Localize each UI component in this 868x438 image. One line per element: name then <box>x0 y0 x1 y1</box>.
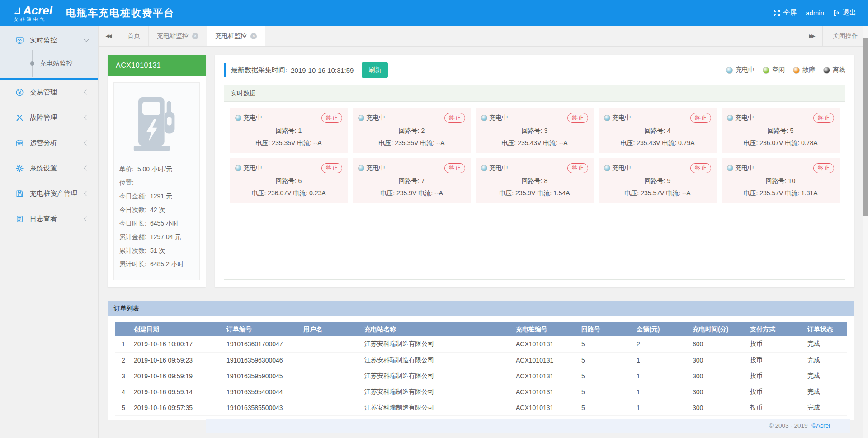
terminate-button[interactable]: 终止 <box>567 163 588 173</box>
orders-col-1: 订单编号 <box>225 322 302 336</box>
order-cell <box>302 384 363 400</box>
sidebar-item-1[interactable]: 交易管理 <box>0 80 98 105</box>
stat-value: 6485.2 小时 <box>150 257 184 271</box>
station-stat-3: 今日次数:42 次 <box>119 203 194 217</box>
close-operations-menu[interactable]: 关闭操作 <box>822 26 868 46</box>
charging-dot-icon <box>358 165 364 171</box>
terminate-button[interactable]: 终止 <box>321 163 342 173</box>
circuit-status: 充电中 <box>481 164 508 172</box>
terminate-button[interactable]: 终止 <box>444 113 465 123</box>
station-body: 单价:5.00 小时/元位置:今日金额:1291 元今日次数:42 次今日时长:… <box>113 82 200 280</box>
collect-time-label: 最新数据采集时间: <box>231 66 287 75</box>
stat-label: 累计金额: <box>119 230 146 244</box>
circuit-card-top: 充电中终止 <box>604 113 711 123</box>
sidebar-item-2[interactable]: 故障管理 <box>0 105 98 130</box>
status-legend: 充电中空闲故障离线 <box>726 66 845 74</box>
circuit-status: 充电中 <box>358 114 385 122</box>
charging-dot-icon <box>727 165 733 171</box>
terminate-button[interactable]: 终止 <box>690 163 711 173</box>
fullscreen-button[interactable]: 全屏 <box>773 9 797 17</box>
table-row[interactable]: 22019-10-16 09:59:231910163596300046江苏安科… <box>115 352 847 368</box>
tabs-scroll-left-button[interactable]: ◀◀ <box>99 26 119 46</box>
orders-col-4: 充电桩编号 <box>514 322 580 336</box>
circuit-status-label: 充电中 <box>366 114 385 122</box>
terminate-button[interactable]: 终止 <box>813 163 834 173</box>
order-cell: 完成 <box>806 368 847 384</box>
tab-0[interactable]: 首页 <box>119 26 149 46</box>
sidebar: 实时监控充电站监控交易管理故障管理运营分析系统设置充电桩资产管理日志查看 <box>0 26 99 438</box>
legend-dot-icon <box>763 67 769 74</box>
order-cell: 完成 <box>806 336 847 352</box>
order-cell: 1910163596300046 <box>225 352 302 368</box>
footer-brand-link[interactable]: ©Acrel <box>811 422 830 429</box>
tab-close-icon[interactable]: × <box>250 33 257 39</box>
circuit-status: 充电中 <box>604 164 631 172</box>
circuit-status-label: 充电中 <box>489 164 508 172</box>
legend-dot-icon <box>823 67 830 74</box>
order-cell: 江苏安科瑞制造有限公司 <box>363 400 514 415</box>
brand-subtitle: 安科瑞电气 <box>14 17 52 22</box>
acrel-logo: Acrel 安科瑞电气 <box>14 5 52 22</box>
username: admin <box>806 9 824 17</box>
sidebar-item-0[interactable]: 实时监控 <box>0 28 98 53</box>
order-cell <box>302 336 363 352</box>
circuit-measurements: 电压: 235.35V 电流: --A <box>235 139 342 147</box>
station-stat-5: 累计金额:1297.04 元 <box>119 230 194 244</box>
sidebar-item-5[interactable]: 充电桩资产管理 <box>0 181 98 206</box>
circuit-card-top: 充电中终止 <box>235 163 342 173</box>
scrollbar-thumb[interactable] <box>863 38 868 216</box>
circuit-card-top: 充电中终止 <box>604 163 711 173</box>
order-cell: 5 <box>580 352 635 368</box>
terminate-button[interactable]: 终止 <box>567 113 588 123</box>
circuit-status-label: 充电中 <box>612 164 631 172</box>
tab-2[interactable]: 充电桩监控× <box>207 26 265 46</box>
circuit-measurements: 电压: 235.35V 电流: --A <box>358 139 465 147</box>
table-row[interactable]: 32019-10-16 09:59:191910163595900045江苏安科… <box>115 368 847 384</box>
legend-item-2: 故障 <box>793 66 815 74</box>
table-row[interactable]: 42019-10-16 09:59:141910163595400044江苏安科… <box>115 384 847 400</box>
circuit-status: 充电中 <box>481 114 508 122</box>
tab-1[interactable]: 充电站监控× <box>149 26 207 46</box>
user-menu[interactable]: admin <box>806 9 824 17</box>
circuit-number: 回路号: 4 <box>604 127 711 135</box>
stat-label: 单价: <box>119 162 134 176</box>
sidebar-item-4[interactable]: 系统设置 <box>0 155 98 181</box>
terminate-button[interactable]: 终止 <box>444 163 465 173</box>
asset-icon <box>15 189 24 198</box>
order-cell: 5 <box>580 368 635 384</box>
sidebar-item-label: 充电桩资产管理 <box>30 189 77 198</box>
order-cell: 300 <box>691 352 748 368</box>
legend-label: 离线 <box>833 66 845 74</box>
gear-icon <box>15 164 24 173</box>
orders-col-0: 创建日期 <box>132 322 225 336</box>
circuit-card-1: 充电中终止回路号: 1电压: 235.35V 电流: --A <box>230 108 348 153</box>
terminate-button[interactable]: 终止 <box>321 113 342 123</box>
terminate-button[interactable]: 终止 <box>690 113 711 123</box>
legend-dot-icon <box>793 67 800 74</box>
table-row[interactable]: 52019-10-16 09:57:351910163585500043江苏安科… <box>115 400 847 415</box>
orders-section: 订单列表 创建日期订单编号用户名充电站名称充电桩编号回路号金额(元)充电时间(分… <box>108 301 854 420</box>
circuit-card-top: 充电中终止 <box>481 113 588 123</box>
circuit-measurements: 电压: 235.57V 电流: --A <box>604 189 711 198</box>
circuit-card-top: 充电中终止 <box>358 113 465 123</box>
terminate-button[interactable]: 终止 <box>813 113 834 123</box>
order-cell <box>302 352 363 368</box>
sidebar-item-3[interactable]: 运营分析 <box>0 130 98 155</box>
circuit-number: 回路号: 2 <box>358 127 465 135</box>
sidebar-item-6[interactable]: 日志查看 <box>0 206 98 231</box>
sidebar-item-label: 运营分析 <box>30 139 57 147</box>
table-row[interactable]: 12019-10-16 10:00:171910163601700047江苏安科… <box>115 336 847 352</box>
logout-button[interactable]: 退出 <box>833 9 856 17</box>
vertical-scrollbar[interactable] <box>863 26 868 438</box>
tabs-scroll-right-button[interactable]: ▶▶ <box>802 26 822 46</box>
tab-close-icon[interactable]: × <box>192 33 198 39</box>
tab-label: 充电站监控 <box>157 32 189 40</box>
orders-col-5: 回路号 <box>580 322 635 336</box>
refresh-button[interactable]: 刷新 <box>362 62 388 78</box>
sidebar-subitem-0[interactable]: 充电站监控 <box>0 53 98 74</box>
order-cell <box>302 368 363 384</box>
station-stat-2: 今日金额:1291 元 <box>119 189 194 203</box>
fullscreen-icon <box>773 9 780 17</box>
circuit-status-label: 充电中 <box>489 114 508 122</box>
sidebar-item-label: 日志查看 <box>30 215 57 223</box>
